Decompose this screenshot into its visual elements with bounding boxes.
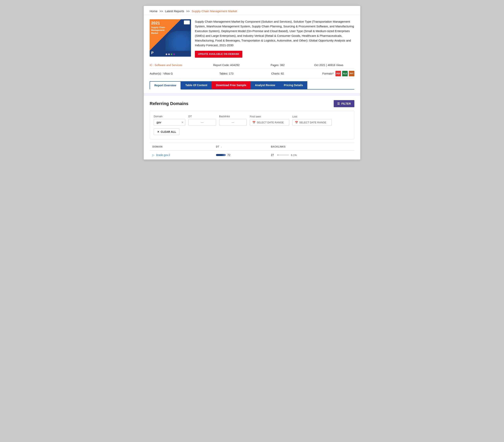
row-backlinks-cell: 27 6.1% <box>268 151 354 160</box>
tab-pricing[interactable]: Pricing Details <box>280 81 307 89</box>
dt-bar <box>216 154 226 156</box>
pdf-icon: PDF <box>336 71 341 76</box>
referring-section: Referring Domains ☰ FILTER Domain ✕ DT <box>144 96 360 160</box>
backlinks-cell: 27 6.1% <box>271 153 352 157</box>
dt-placeholder: — <box>201 121 204 124</box>
report-cover-image: 2021 Supply Chain Management Market P <box>150 19 191 57</box>
formats-icons: Formats*: PDF XLS PPT <box>303 71 354 76</box>
lost-placeholder: SELECT DATE RANGE <box>299 121 326 124</box>
calendar-icon-2: 📅 <box>295 121 298 124</box>
col-backlinks-header: BACKLINKS <box>268 143 354 151</box>
backlinks-range-input[interactable]: — <box>219 119 247 126</box>
breadcrumb-active: Supply Chain Management Market <box>192 9 237 13</box>
cover-dot-4 <box>173 53 175 55</box>
meta-report-code: Report Code: A04292 <box>201 64 252 67</box>
filter-lost-field: Lost 📅 SELECT DATE RANGE <box>292 115 332 126</box>
cover-letter: P <box>151 51 154 55</box>
col-dt-label: DT <box>216 145 219 148</box>
lost-date-btn[interactable]: 📅 SELECT DATE RANGE <box>292 119 332 126</box>
clear-all-icon: ✕ <box>157 130 160 133</box>
domain-link-icon: ▷ <box>152 153 155 157</box>
tabs-row: Report Overview Table Of Content Downloa… <box>150 81 354 89</box>
cover-dots <box>166 53 175 55</box>
domain-link[interactable]: ▷ itrade.gov.il <box>152 153 211 157</box>
table-row: ▷ itrade.gov.il 72 27 <box>150 151 354 160</box>
cover-dot-2 <box>168 53 170 55</box>
cover-dot-1 <box>166 53 167 55</box>
calendar-icon-1: 📅 <box>252 121 255 124</box>
clear-all-button[interactable]: ✕ CLEAR ALL <box>154 128 180 135</box>
meta-category: IC : Software and Services <box>150 64 201 67</box>
domain-input-wrap: ✕ <box>154 119 185 126</box>
lost-label: Lost <box>292 115 332 118</box>
domain-label: Domain <box>154 115 185 118</box>
page-container: Home >> Latest Reports >> Supply Chain M… <box>144 6 360 160</box>
meta-formats: Formats*: PDF XLS PPT <box>303 71 354 76</box>
breadcrumb: Home >> Latest Reports >> Supply Chain M… <box>144 6 360 15</box>
breadcrumb-latest[interactable]: Latest Reports <box>165 9 184 13</box>
dt-label: DT <box>188 115 216 118</box>
dt-range-input[interactable]: — <box>188 119 216 126</box>
first-seen-date-btn[interactable]: 📅 SELECT DATE RANGE <box>250 119 289 126</box>
dt-bar-wrap: 72 <box>216 153 265 157</box>
first-seen-placeholder: SELECT DATE RANGE <box>257 121 284 124</box>
meta-rows: IC : Software and Services Report Code: … <box>144 60 360 79</box>
filter-panel: Domain ✕ DT — Backlinks — <box>150 111 354 139</box>
clear-domain-icon[interactable]: ✕ <box>181 121 184 124</box>
filter-button[interactable]: ☰ FILTER <box>334 100 354 107</box>
update-badge[interactable]: UPDATE AVAILABLE ON-DEMAND <box>195 51 242 58</box>
category-link[interactable]: IC : Software and Services <box>150 64 182 67</box>
formats-label: Formats*: <box>322 72 334 75</box>
ppt-icon: PPT <box>349 71 354 76</box>
backlinks-filter-label: Backlinks <box>219 115 247 118</box>
tab-analyst[interactable]: Analyst Review <box>251 81 280 89</box>
breadcrumb-sep2: >> <box>186 9 190 13</box>
meta-row-2: Author(s) : Vikas G Tables: 173 Charts: … <box>150 69 354 79</box>
first-seen-label: First seen <box>250 115 289 118</box>
backlinks-placeholder: — <box>232 121 234 124</box>
filter-domain-field: Domain ✕ <box>154 115 185 126</box>
cover-graphic <box>165 31 191 51</box>
filter-backlinks-field: Backlinks — <box>219 115 247 126</box>
tab-overview[interactable]: Report Overview <box>150 81 181 89</box>
backlinks-bar-fill <box>277 154 278 156</box>
table-header-row: DOMAIN DT ↓ BACKLINKS <box>150 143 354 151</box>
dt-value: 72 <box>227 153 231 157</box>
report-description: Supply Chain Management Market by Compon… <box>195 19 354 58</box>
row-dt-cell: 72 <box>213 151 268 160</box>
meta-pages: Pages: 382 <box>252 64 303 67</box>
xls-icon: XLS <box>342 71 348 76</box>
filter-first-seen-field: First seen 📅 SELECT DATE RANGE <box>250 115 289 126</box>
backlinks-bar-wrap <box>277 154 289 156</box>
meta-authors: Author(s) : Vikas G <box>150 72 201 75</box>
clear-all-label: CLEAR ALL <box>161 130 176 133</box>
domain-name: itrade.gov.il <box>156 153 170 157</box>
report-cover: 2021 Supply Chain Management Market P <box>150 19 191 58</box>
cover-title-text: Supply Chain Management Market <box>151 26 171 34</box>
tab-toc[interactable]: Table Of Content <box>181 81 212 89</box>
breadcrumb-home[interactable]: Home <box>150 9 158 13</box>
domain-input[interactable] <box>154 119 185 126</box>
row-domain-cell: ▷ itrade.gov.il <box>150 151 213 160</box>
filter-icon: ☰ <box>337 102 340 105</box>
meta-tables: Tables: 173 <box>201 72 252 75</box>
meta-charts: Charts: 82 <box>252 72 303 75</box>
cover-dot-3 <box>171 53 172 55</box>
col-domain-header: DOMAIN <box>150 143 213 151</box>
meta-row-1: IC : Software and Services Report Code: … <box>150 62 354 69</box>
referring-header: Referring Domains ☰ FILTER <box>150 100 354 107</box>
filter-label: FILTER <box>341 102 351 105</box>
backlinks-number: 27 <box>271 153 275 157</box>
section-divider <box>144 93 360 96</box>
dt-sort-arrow: ↓ <box>221 146 222 148</box>
breadcrumb-sep1: >> <box>160 9 163 13</box>
filter-fields: Domain ✕ DT — Backlinks — <box>154 115 350 126</box>
cover-year: 2021 <box>151 21 160 25</box>
filter-dt-field: DT — <box>188 115 216 126</box>
col-dt-header[interactable]: DT ↓ <box>213 143 268 151</box>
referring-title: Referring Domains <box>150 101 188 106</box>
report-header: 2021 Supply Chain Management Market P Su… <box>144 15 360 60</box>
tab-sample[interactable]: Download Free Sample <box>212 81 251 89</box>
domains-table: DOMAIN DT ↓ BACKLINKS ▷ itrade.gov.il <box>150 143 354 160</box>
cover-logo <box>184 20 190 24</box>
